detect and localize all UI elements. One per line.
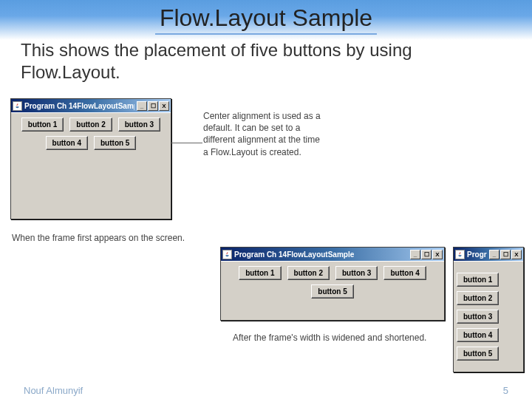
swing-button[interactable]: button 5: [311, 284, 353, 299]
window-title: Program Ch 14FlowLayoutSample: [234, 250, 408, 259]
swing-button[interactable]: button 3: [335, 266, 378, 280]
maximize-button[interactable]: ☐: [500, 250, 511, 259]
swing-button[interactable]: button 5: [94, 136, 136, 150]
minimize-button[interactable]: _: [137, 101, 147, 111]
window-title: Program Ch 14FlowLayoutSample: [24, 102, 134, 110]
titlebar: Program Ch 14FlowLayoutSample _ ☐ X: [221, 248, 444, 261]
swing-button[interactable]: button 5: [457, 347, 499, 361]
window-shortened: Program… _ ☐ X button 1 button 2 button …: [453, 247, 524, 372]
java-icon: [13, 101, 22, 111]
swing-button[interactable]: button 3: [457, 310, 499, 324]
swing-button[interactable]: button 1: [457, 273, 499, 287]
footer-page-number: 5: [503, 385, 508, 396]
swing-button[interactable]: button 1: [239, 266, 281, 280]
swing-button[interactable]: button 4: [457, 328, 499, 342]
window-widened: Program Ch 14FlowLayoutSample _ ☐ X butt…: [220, 247, 445, 321]
close-button[interactable]: X: [432, 250, 443, 259]
swing-button[interactable]: button 2: [287, 266, 330, 280]
swing-button[interactable]: button 4: [46, 136, 88, 150]
caption-after-resize: After the frame's width is widened and s…: [233, 332, 440, 344]
illustration-stage: Program Ch 14FlowLayoutSample _ ☐ X butt…: [0, 91, 532, 399]
footer: Nouf Almunyif 5: [0, 385, 532, 396]
page-title: Flow.Layout Sample: [155, 4, 377, 35]
titlebar: Program Ch 14FlowLayoutSample _ ☐ X: [11, 99, 171, 112]
minimize-button[interactable]: _: [489, 250, 499, 259]
titlebar: Program… _ ☐ X: [454, 248, 523, 261]
minimize-button[interactable]: _: [410, 250, 420, 259]
caption-center-alignment: Center alignment is used as a default. I…: [203, 110, 325, 158]
swing-button[interactable]: button 2: [457, 291, 499, 305]
window-initial: Program Ch 14FlowLayoutSample _ ☐ X butt…: [10, 98, 171, 219]
swing-button[interactable]: button 1: [21, 117, 64, 132]
swing-button[interactable]: button 4: [383, 266, 426, 280]
swing-button[interactable]: button 2: [69, 117, 112, 132]
swing-button[interactable]: button 3: [118, 117, 160, 132]
connector-line: [171, 143, 202, 143]
maximize-button[interactable]: ☐: [148, 101, 158, 111]
subtitle: This shows the placement of five buttons…: [21, 39, 511, 83]
close-button[interactable]: X: [159, 101, 169, 111]
footer-author: Nouf Almunyif: [24, 385, 83, 396]
java-icon: [455, 250, 465, 259]
window-title: Program…: [467, 250, 487, 259]
caption-first-appears: When the frame first appears on the scre…: [12, 232, 204, 244]
close-button[interactable]: X: [511, 250, 522, 259]
java-icon: [222, 250, 232, 259]
maximize-button[interactable]: ☐: [421, 250, 432, 259]
